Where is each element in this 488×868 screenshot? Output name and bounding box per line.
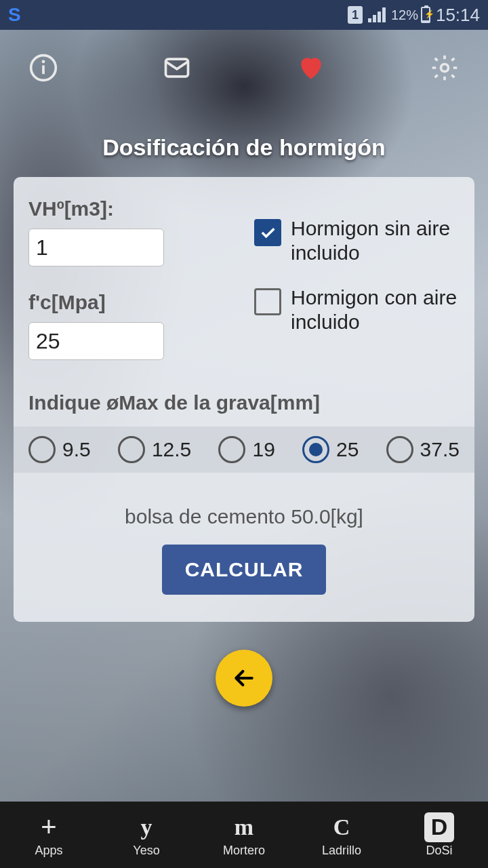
battery-percent: 12% bbox=[391, 7, 418, 23]
grava-radio-group: 9.5 12.5 19 25 37.5 bbox=[14, 427, 474, 473]
grava-label: Indique øMax de la grava[mm] bbox=[28, 391, 460, 414]
signal-icon bbox=[368, 7, 386, 22]
status-bar: S 1 12% ⚡ 15:14 bbox=[0, 0, 488, 30]
radio-label: 9.5 bbox=[62, 438, 91, 461]
nav-yeso[interactable]: y Yeso bbox=[98, 802, 195, 868]
vh-label: VHº[m3]: bbox=[28, 197, 234, 220]
grava-option-37-5[interactable]: 37.5 bbox=[386, 436, 460, 463]
cement-note: bolsa de cemento 50.0[kg] bbox=[28, 505, 460, 528]
back-button[interactable] bbox=[216, 650, 272, 707]
checkbox-con-aire[interactable]: Hormigon con aire incluido bbox=[254, 285, 460, 334]
nav-label: Apps bbox=[35, 844, 62, 858]
nav-label: Ladrillo bbox=[322, 844, 361, 858]
top-action-bar bbox=[0, 30, 488, 87]
app-logo-icon: S bbox=[8, 4, 21, 26]
nav-ladrillo[interactable]: C Ladrillo bbox=[293, 802, 390, 868]
grava-option-25[interactable]: 25 bbox=[302, 436, 359, 463]
dosi-icon: D bbox=[424, 812, 454, 842]
grava-option-12-5[interactable]: 12.5 bbox=[118, 436, 191, 463]
mail-button[interactable] bbox=[158, 49, 196, 87]
nav-apps[interactable]: + Apps bbox=[0, 802, 98, 868]
arrow-left-icon bbox=[230, 665, 258, 692]
radio-icon bbox=[386, 436, 413, 463]
ladrillo-icon: C bbox=[327, 812, 357, 842]
checkbox-con-aire-label: Hormigon con aire incluido bbox=[291, 285, 460, 334]
checkbox-sin-aire-label: Hormigon sin aire incluido bbox=[291, 216, 460, 265]
svg-rect-1 bbox=[42, 65, 45, 74]
checkbox-icon bbox=[254, 288, 281, 315]
mortero-icon: m bbox=[229, 812, 259, 842]
sim-icon: 1 bbox=[348, 6, 363, 24]
radio-label: 12.5 bbox=[152, 438, 191, 461]
checkbox-icon bbox=[254, 219, 281, 246]
grava-option-9-5[interactable]: 9.5 bbox=[28, 436, 91, 463]
vh-input[interactable] bbox=[28, 229, 164, 267]
svg-point-4 bbox=[441, 64, 448, 72]
checkbox-sin-aire[interactable]: Hormigon sin aire incluido bbox=[254, 216, 460, 265]
clock: 15:14 bbox=[436, 5, 480, 26]
nav-label: Mortero bbox=[223, 844, 265, 858]
radio-label: 37.5 bbox=[420, 438, 460, 461]
radio-icon bbox=[218, 436, 245, 463]
fc-label: f'c[Mpa] bbox=[28, 291, 234, 314]
svg-point-2 bbox=[42, 60, 45, 63]
settings-button[interactable] bbox=[426, 49, 464, 87]
radio-label: 19 bbox=[252, 438, 274, 461]
nav-label: Yeso bbox=[133, 844, 159, 858]
fc-input[interactable] bbox=[28, 322, 164, 360]
bottom-nav: + Apps y Yeso m Mortero C Ladrillo D DoS… bbox=[0, 802, 488, 868]
yeso-icon: y bbox=[131, 812, 161, 842]
mail-icon bbox=[162, 53, 192, 83]
nav-mortero[interactable]: m Mortero bbox=[195, 802, 293, 868]
page-title: Dosificación de hormigón bbox=[0, 134, 488, 161]
heart-icon bbox=[296, 53, 326, 83]
radio-label: 25 bbox=[336, 438, 359, 461]
calculate-button[interactable]: CALCULAR bbox=[162, 545, 327, 595]
radio-icon bbox=[28, 436, 56, 463]
nav-label: DoSi bbox=[426, 844, 452, 858]
battery-icon: ⚡ bbox=[421, 7, 430, 23]
favorite-button[interactable] bbox=[292, 49, 330, 87]
grava-option-19[interactable]: 19 bbox=[218, 436, 274, 463]
info-button[interactable] bbox=[24, 49, 62, 87]
plus-icon: + bbox=[34, 812, 64, 842]
nav-dosi[interactable]: D DoSi bbox=[390, 802, 488, 868]
gear-icon bbox=[430, 53, 460, 83]
battery-indicator: 12% ⚡ bbox=[391, 7, 430, 23]
radio-icon bbox=[118, 436, 145, 463]
info-icon bbox=[28, 53, 58, 83]
radio-icon bbox=[302, 436, 329, 463]
form-card: VHº[m3]: f'c[Mpa] Hormigon sin aire incl… bbox=[14, 177, 474, 622]
